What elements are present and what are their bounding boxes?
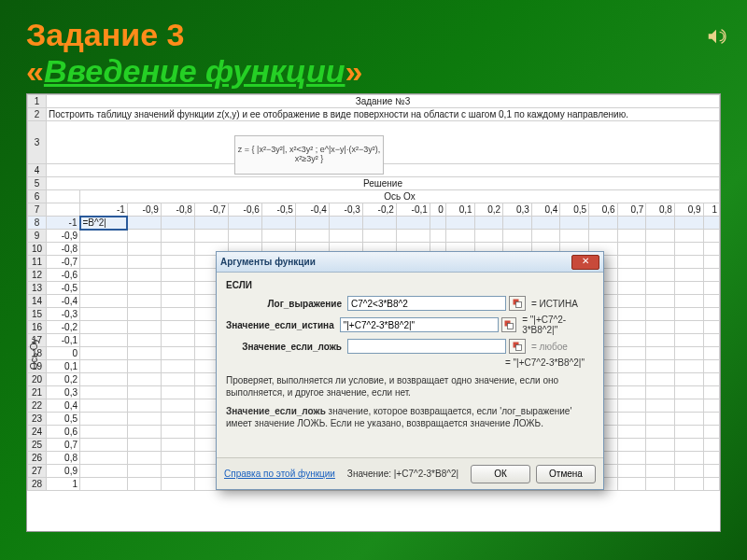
dialog-title: Аргументы функции xyxy=(220,257,316,267)
arg-label-logical: Лог_выражение xyxy=(226,299,347,309)
range-picker-icon[interactable] xyxy=(509,339,526,354)
ok-button[interactable]: ОК xyxy=(471,465,530,483)
footer-value: Значение: |+C7^2-3*B8^2| xyxy=(347,469,458,479)
title-part-1: Задание 3 xyxy=(26,17,184,52)
arg-result-logical: = ИСТИНА xyxy=(531,299,578,309)
arg-result-iffalse: = любое xyxy=(531,342,568,352)
arg-row-logical: Лог_выражение = ИСТИНА xyxy=(226,296,594,311)
svg-rect-3 xyxy=(507,324,513,329)
formula-image: z = { |x²−3y²|, x²<3y² ; e^|x−y|·(x²−3y²… xyxy=(234,135,384,175)
argument-description: Значение_если_ложь значение, которое воз… xyxy=(226,406,594,429)
range-picker-icon[interactable] xyxy=(501,317,516,332)
help-link[interactable]: Справка по этой функции xyxy=(224,469,335,479)
overall-result: = "|+C7^2-3*B8^2|" xyxy=(226,357,585,368)
cancel-button[interactable]: Отмена xyxy=(536,465,596,483)
spreadsheet[interactable]: 1Задание №32Построить таблицу значений ф… xyxy=(26,93,721,532)
close-icon[interactable]: ✕ xyxy=(571,255,599,270)
title-quote: « xyxy=(26,53,44,89)
axis-oy-label: Ось Оу xyxy=(29,339,39,371)
function-arguments-dialog: Аргументы функции ✕ ЕСЛИ Лог_выражение =… xyxy=(216,251,604,490)
arg-row-iffalse: Значение_если_ложь = любое xyxy=(226,339,594,354)
range-picker-icon[interactable] xyxy=(509,296,526,311)
speaker-icon[interactable] xyxy=(706,26,726,50)
arg-row-iftrue: Значение_если_истина = "|+C7^2-3*B8^2|" xyxy=(226,315,594,335)
arg-label-iftrue: Значение_если_истина xyxy=(226,320,340,330)
svg-rect-5 xyxy=(516,345,522,351)
dialog-titlebar[interactable]: Аргументы функции ✕ xyxy=(217,252,603,273)
arg-input-iftrue[interactable] xyxy=(340,317,499,332)
svg-rect-1 xyxy=(516,302,522,308)
arg-input-iffalse[interactable] xyxy=(347,339,506,354)
title-quote-close: » xyxy=(345,53,363,89)
arg-result-iftrue: = "|+C7^2-3*B8^2|" xyxy=(522,315,594,335)
arg-label-iffalse: Значение_если_ложь xyxy=(226,342,347,352)
function-description: Проверяет, выполняется ли условие, и воз… xyxy=(226,375,594,399)
title-part-2: Введение функции xyxy=(44,53,345,89)
function-name: ЕСЛИ xyxy=(226,280,594,290)
slide-title: Задание 3 «Введение функции» xyxy=(26,17,721,90)
arg-input-logical[interactable] xyxy=(347,296,506,311)
